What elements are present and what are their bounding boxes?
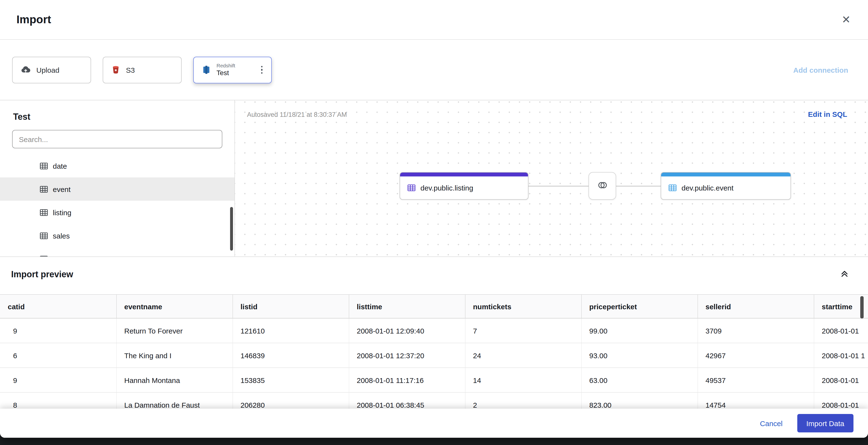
table-icon [407, 184, 415, 192]
table-cell: 2008-01-01 12:37:20 [349, 343, 465, 368]
table-row: 9Return To Forever1216102008-01-01 12:09… [0, 318, 868, 343]
table-cell: 42967 [698, 343, 814, 368]
table-icon [40, 162, 48, 170]
table-name: date [53, 162, 67, 170]
join-canvas: Autosaved 11/18/21 at 8:30:37 AM Edit in… [235, 100, 868, 257]
table-cell: 3709 [698, 318, 814, 343]
node-dev-public-event[interactable]: dev.public.event [661, 172, 791, 200]
import-dialog-screen: Import ✕ Upload S3 [0, 0, 868, 445]
s3-card[interactable]: S3 [103, 57, 182, 83]
header-row: catideventnamelistidlisttimenumticketspr… [0, 295, 868, 318]
node-label: dev.public.listing [421, 184, 473, 192]
node-accent-bar [661, 173, 790, 176]
table-icon [40, 208, 48, 216]
table-icon [40, 232, 48, 240]
column-header-starttime: starttime [814, 295, 868, 318]
table-cell: 63.00 [581, 368, 698, 392]
table-cell: 121610 [232, 318, 349, 343]
redshift-icon [202, 65, 211, 75]
table-cell: Hannah Montana [116, 368, 232, 392]
table-cell: 9 [0, 318, 116, 343]
search-input[interactable] [12, 130, 222, 148]
table-cell: 9 [0, 368, 116, 392]
dialog-header: Import ✕ [0, 0, 868, 40]
add-connection-button[interactable]: Add connection [793, 66, 848, 74]
collapse-preview-button[interactable] [840, 269, 848, 279]
table-cell: 14754 [698, 392, 814, 409]
table-name: listing [53, 208, 71, 216]
sidebar-item-listing[interactable]: listing [0, 201, 235, 224]
connection-row: Upload S3 Redshift Test Add connection [0, 40, 868, 100]
join-edge-right [616, 186, 661, 187]
node-accent-bar [400, 173, 528, 176]
sidebar-item-date[interactable]: date [0, 154, 235, 177]
column-header-priceperticket: priceperticket [581, 295, 698, 318]
table-name: sales [53, 232, 70, 240]
preview-table-wrap: catideventnamelistidlisttimenumticketspr… [0, 294, 868, 409]
table-cell: 2008-01-01 [814, 392, 868, 409]
upload-card[interactable]: Upload [12, 57, 91, 83]
node-dev-public-listing[interactable]: dev.public.listing [400, 172, 528, 200]
connection-type-label: Redshift [217, 62, 235, 68]
table-cell: 2008-01-01 1 [814, 343, 868, 368]
sidebar-scrollbar[interactable] [230, 207, 233, 250]
table-cell: 93.00 [581, 343, 698, 368]
sidebar-item-event[interactable]: event [0, 177, 235, 201]
table-cell: 823.00 [581, 392, 698, 409]
table-row: 9Hannah Montana1538352008-01-01 11:17:16… [0, 368, 868, 392]
import-preview-section: Import preview catideventnamelistidlistt… [0, 257, 868, 409]
page-title: Import [17, 13, 51, 26]
redshift-connection-card[interactable]: Redshift Test [193, 57, 272, 83]
cancel-button[interactable]: Cancel [760, 419, 782, 427]
autosave-status: Autosaved 11/18/21 at 8:30:37 AM [247, 111, 347, 118]
table-cell: 206280 [232, 392, 349, 409]
node-label: dev.public.event [682, 184, 734, 192]
join-venn-icon [596, 179, 608, 193]
table-cell: 14 [465, 368, 581, 392]
column-header-sellerid: sellerid [698, 295, 814, 318]
import-data-button[interactable]: Import Data [797, 414, 854, 433]
redshift-connection-info: Redshift Test [217, 62, 235, 77]
sidebar-title: Test [13, 112, 235, 122]
table-cell: 6 [0, 343, 116, 368]
table-cell: 2 [465, 392, 581, 409]
column-header-numtickets: numtickets [465, 295, 581, 318]
chevrons-up-icon [840, 269, 848, 279]
import-dialog: Import ✕ Upload S3 [0, 0, 868, 438]
main-area: Test dateeventlistingsalesusers Autosave… [0, 100, 868, 257]
table-cell: The King and I [116, 343, 232, 368]
table-cell: 49537 [698, 368, 814, 392]
s3-label: S3 [126, 66, 135, 74]
column-header-catid: catid [0, 295, 116, 318]
table-cell: 2008-01-01 06:38:45 [349, 392, 465, 409]
table-cell: 2008-01-01 [814, 318, 868, 343]
table-cell: 7 [465, 318, 581, 343]
sidebar-item-sales[interactable]: sales [0, 224, 235, 247]
table-cell: 24 [465, 343, 581, 368]
table-cell: 2008-01-01 [814, 368, 868, 392]
cloud-upload-icon [20, 64, 31, 75]
column-header-listtime: listtime [349, 295, 465, 318]
tables-sidebar: Test dateeventlistingsalesusers [0, 100, 235, 257]
kebab-menu-icon[interactable] [260, 64, 264, 76]
table-cell: 146839 [232, 343, 349, 368]
close-icon[interactable]: ✕ [842, 14, 850, 25]
edit-in-sql-link[interactable]: Edit in SQL [808, 110, 847, 118]
table-cell: La Damnation de Faust [116, 392, 232, 409]
upload-label: Upload [36, 66, 59, 74]
table-name: users [53, 255, 70, 257]
table-row: 8La Damnation de Faust2062802008-01-01 0… [0, 392, 868, 409]
table-list: dateeventlistingsalesusers [0, 154, 235, 257]
table-row: 6The King and I1468392008-01-01 12:37:20… [0, 343, 868, 368]
preview-scrollbar[interactable] [860, 296, 864, 319]
table-icon [40, 185, 48, 193]
dialog-footer: Cancel Import Data [0, 409, 868, 438]
sidebar-item-users[interactable]: users [0, 247, 235, 257]
join-edge-left [528, 186, 589, 187]
table-icon [669, 184, 677, 192]
table-cell: 2008-01-01 12:09:40 [349, 318, 465, 343]
table-cell: 8 [0, 392, 116, 409]
table-cell: Return To Forever [116, 318, 232, 343]
join-type-chip[interactable] [589, 172, 616, 200]
table-cell: 99.00 [581, 318, 698, 343]
